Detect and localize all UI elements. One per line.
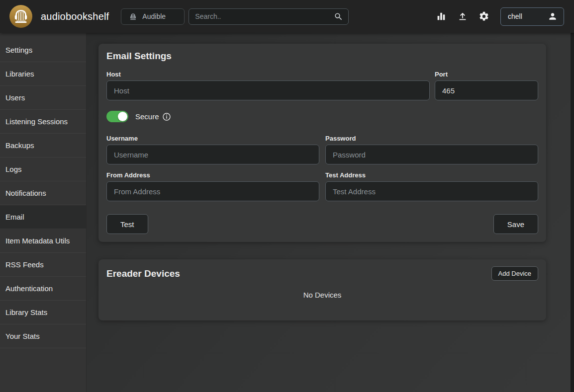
from-address-label: From Address: [106, 171, 319, 179]
username-input[interactable]: [106, 145, 319, 164]
username-field: Username: [106, 135, 319, 164]
stats-bar-chart-icon[interactable]: [435, 10, 447, 22]
sidebar-item-rss-feeds[interactable]: RSS Feeds: [0, 253, 86, 277]
audiobookshelf-logo-icon[interactable]: [9, 4, 33, 28]
search-input[interactable]: [195, 12, 333, 20]
ereader-devices-title: Ereader Devices: [106, 268, 180, 279]
port-label: Port: [435, 71, 538, 78]
password-label: Password: [325, 135, 538, 142]
app-title[interactable]: audiobookshelf: [41, 11, 109, 22]
test-button[interactable]: Test: [106, 214, 148, 234]
secure-label: Secure: [135, 112, 159, 121]
ereader-devices-card: Ereader Devices Add Device No Devices: [98, 259, 546, 320]
navbar-actions: chell: [435, 7, 564, 26]
info-icon[interactable]: [163, 113, 171, 121]
email-settings-title: Email Settings: [106, 51, 538, 62]
search-box: [189, 8, 349, 25]
user-icon: [548, 11, 558, 21]
sidebar-item-libraries[interactable]: Libraries: [0, 62, 86, 86]
username-label: Username: [106, 135, 319, 142]
page-scrollbar[interactable]: [571, 33, 574, 392]
username-label: chell: [508, 12, 522, 20]
email-settings-card: Email Settings Host Port Secure: [98, 44, 546, 242]
add-device-button[interactable]: Add Device: [491, 266, 538, 281]
sidebar-item-backups[interactable]: Backups: [0, 134, 86, 157]
host-field: Host: [106, 71, 430, 100]
library-selector-label: Audible: [142, 12, 166, 20]
test-address-label: Test Address: [325, 171, 538, 179]
sidebar-item-item-metadata-utils[interactable]: Item Metadata Utils: [0, 229, 86, 253]
secure-row: Secure: [106, 111, 538, 122]
sidebar-item-listening-sessions[interactable]: Listening Sessions: [0, 110, 86, 134]
port-input[interactable]: [435, 80, 538, 100]
password-field: Password: [325, 135, 538, 164]
sidebar-item-settings[interactable]: Settings: [0, 38, 86, 62]
sidebar-item-authentication[interactable]: Authentication: [0, 277, 86, 301]
password-input[interactable]: [325, 145, 538, 164]
sidebar-item-logs[interactable]: Logs: [0, 157, 86, 181]
upload-icon[interactable]: [457, 10, 469, 22]
port-field: Port: [435, 71, 538, 100]
toggle-knob: [118, 112, 127, 121]
sidebar-item-notifications[interactable]: Notifications: [0, 181, 86, 205]
host-label: Host: [106, 71, 430, 78]
library-icon: [128, 12, 138, 21]
from-address-input[interactable]: [106, 181, 319, 201]
test-address-field: Test Address: [325, 171, 538, 201]
secure-toggle[interactable]: [106, 111, 128, 122]
from-address-field: From Address: [106, 171, 319, 201]
save-button[interactable]: Save: [493, 214, 538, 234]
navbar: audiobookshelf Audible: [0, 0, 574, 33]
settings-gear-icon[interactable]: [478, 10, 490, 22]
search-icon[interactable]: [333, 11, 343, 21]
sidebar-item-email[interactable]: Email: [0, 205, 86, 229]
sidebar-item-your-stats[interactable]: Your Stats: [0, 324, 86, 348]
library-selector[interactable]: Audible: [121, 8, 185, 25]
test-address-input[interactable]: [325, 181, 538, 201]
sidebar-item-users[interactable]: Users: [0, 86, 86, 110]
settings-sidebar: Settings Libraries Users Listening Sessi…: [0, 33, 87, 392]
no-devices-text: No Devices: [106, 291, 538, 299]
main-content: Email Settings Host Port Secure: [87, 33, 571, 392]
user-menu[interactable]: chell: [500, 7, 564, 26]
sidebar-item-library-stats[interactable]: Library Stats: [0, 301, 86, 324]
host-input[interactable]: [106, 80, 430, 100]
